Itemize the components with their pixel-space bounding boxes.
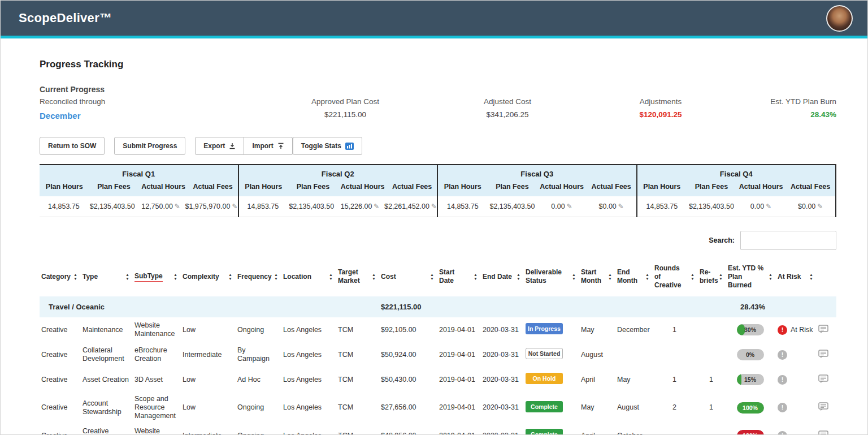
comment-button[interactable] xyxy=(818,430,828,435)
status-badge[interactable]: Complete xyxy=(526,429,563,435)
sort-icon xyxy=(572,273,576,281)
table-row[interactable]: Creative Collateral Development eBrochur… xyxy=(40,342,836,367)
column-header-target-market[interactable]: Target Market xyxy=(338,262,381,291)
column-label: Rounds of Creative xyxy=(654,264,688,290)
column-header-rounds-of-creative[interactable]: Rounds of Creative xyxy=(654,262,700,291)
reconciled-through-link[interactable]: December xyxy=(40,111,836,120)
table-row[interactable]: Creative Asset Creation 3D Asset Low Ad … xyxy=(40,367,836,392)
comments-cell xyxy=(818,325,836,335)
status-badge[interactable]: On Hold xyxy=(526,373,563,384)
column-header-end-month[interactable]: End Month xyxy=(617,262,654,291)
column-label: Frequency xyxy=(237,273,271,281)
risk-alert-icon[interactable] xyxy=(778,375,787,385)
table-header-row: Category Type SubType Complexity Frequen… xyxy=(40,262,836,291)
start-month-cell: May xyxy=(581,326,617,334)
table-row[interactable]: Creative Maintenance Website Maintenance… xyxy=(40,317,836,342)
column-label: SubType xyxy=(134,272,163,282)
column-header-frequency[interactable]: Frequency xyxy=(237,262,283,291)
cost-cell: $92,105.00 xyxy=(381,326,439,334)
complexity-cell: Intermediate xyxy=(183,432,237,435)
comment-button[interactable] xyxy=(818,350,828,360)
fiscal-quarter-title: Fiscal Q1 xyxy=(40,165,238,180)
submit-progress-button[interactable]: Submit Progress xyxy=(114,137,185,155)
search-input[interactable] xyxy=(740,231,836,250)
search-row: Search: xyxy=(40,231,836,250)
column-header-deliverable-status[interactable]: Deliverable Status xyxy=(526,262,581,291)
column-label: Start Month xyxy=(581,268,605,285)
column-header-end-date[interactable]: End Date xyxy=(483,262,526,291)
complexity-cell: Low xyxy=(183,326,237,334)
column-header-rebriefs[interactable]: Re-briefs xyxy=(700,262,728,291)
start-month-cell: August xyxy=(581,351,617,359)
comments-cell xyxy=(818,350,836,360)
burn-pill: 0% xyxy=(737,349,764,360)
burn-pill-text: 0% xyxy=(746,351,754,358)
metric-adjustments: Adjustments $120,091.25 xyxy=(639,97,682,119)
actual-fees-header: Actual Fees xyxy=(785,183,835,191)
column-header-at-risk[interactable]: At Risk xyxy=(778,262,818,291)
user-avatar[interactable] xyxy=(826,5,853,32)
plan-fees-header: Plan Fees xyxy=(89,183,139,191)
complexity-cell: Intermediate xyxy=(183,351,237,359)
toolbar: Return to SOW Submit Progress Export Imp… xyxy=(40,137,836,155)
plan-hours-value: 14,853.75 xyxy=(40,203,88,210)
column-header-start-date[interactable]: Start Date xyxy=(439,262,483,291)
status-badge[interactable]: In Progress xyxy=(526,323,563,334)
metric-value: 28.43% xyxy=(770,110,836,119)
comment-button[interactable] xyxy=(818,402,828,413)
column-header-subtype[interactable]: SubType xyxy=(134,262,183,291)
fiscal-quarter-group: Fiscal Q4 Plan Hours Plan Fees Actual Ho… xyxy=(637,165,837,217)
column-header-complexity[interactable]: Complexity xyxy=(183,262,237,291)
column-label: Start Date xyxy=(439,268,471,285)
column-header-est-ytd-plan-burned[interactable]: Est. YTD % Plan Burned xyxy=(728,262,778,291)
edit-icon[interactable]: ✎ xyxy=(618,203,624,210)
reconciled-through-label: Reconciled through xyxy=(40,97,836,106)
export-button[interactable]: Export xyxy=(195,137,244,155)
fiscal-column-headers: Plan Hours Plan Fees Actual Hours Actual… xyxy=(239,180,437,196)
sort-icon xyxy=(809,273,813,281)
actual-fees-value: $2,261,452.00✎ xyxy=(384,203,437,210)
import-button[interactable]: Import xyxy=(244,137,292,155)
burn-cell: 100% xyxy=(728,402,778,414)
frequency-cell: Ad Hoc xyxy=(237,376,283,384)
return-to-sow-button[interactable]: Return to SOW xyxy=(40,137,105,155)
edit-icon[interactable]: ✎ xyxy=(431,203,437,210)
sort-icon xyxy=(608,273,612,281)
edit-icon[interactable]: ✎ xyxy=(374,203,379,210)
end-date-cell: 2020-03-31 xyxy=(483,351,526,359)
at-risk-cell xyxy=(778,350,818,360)
status-badge[interactable]: Not Started xyxy=(526,348,563,359)
comment-button[interactable] xyxy=(818,374,828,385)
edit-icon[interactable]: ✎ xyxy=(232,203,237,210)
start-date-cell: 2019-04-01 xyxy=(439,432,483,435)
start-date-cell: 2019-04-01 xyxy=(439,326,483,334)
edit-icon[interactable]: ✎ xyxy=(766,203,771,210)
edit-icon[interactable]: ✎ xyxy=(817,203,823,210)
table-row[interactable]: Creative Account Stewardship Scope and R… xyxy=(40,392,836,423)
column-header-location[interactable]: Location xyxy=(283,262,338,291)
table-row[interactable]: Creative Creative Development Website En… xyxy=(40,423,836,435)
risk-alert-icon[interactable] xyxy=(778,325,787,335)
column-header-category[interactable]: Category xyxy=(41,262,83,291)
start-date-cell: 2019-04-01 xyxy=(439,351,483,359)
edit-icon[interactable]: ✎ xyxy=(175,203,180,210)
fiscal-values-row: 14,853.75 $2,135,403.50 0.00✎ $0.00✎ xyxy=(438,196,636,217)
page-title: Progress Tracking xyxy=(40,59,836,70)
comment-button[interactable] xyxy=(818,325,828,335)
column-header-cost[interactable]: Cost xyxy=(381,262,439,291)
risk-alert-icon[interactable] xyxy=(778,431,787,435)
group-row-travel-oceanic[interactable]: Travel / Oceanic $221,115.00 28.43% xyxy=(40,296,836,317)
edit-icon[interactable]: ✎ xyxy=(567,203,572,210)
toggle-stats-button[interactable]: Toggle Stats xyxy=(293,137,362,155)
type-cell: Asset Creation xyxy=(83,376,134,384)
column-header-start-month[interactable]: Start Month xyxy=(581,262,617,291)
risk-alert-icon[interactable] xyxy=(778,350,787,360)
bar-chart-icon xyxy=(345,143,354,150)
metric-value: $120,091.25 xyxy=(639,110,682,119)
status-badge[interactable]: Complete xyxy=(526,401,563,412)
table-body: Creative Maintenance Website Maintenance… xyxy=(40,317,836,435)
column-header-type[interactable]: Type xyxy=(83,262,134,291)
plan-hours-value: 14,853.75 xyxy=(239,203,288,210)
button-label: Import xyxy=(252,142,273,150)
risk-alert-icon[interactable] xyxy=(778,403,787,412)
